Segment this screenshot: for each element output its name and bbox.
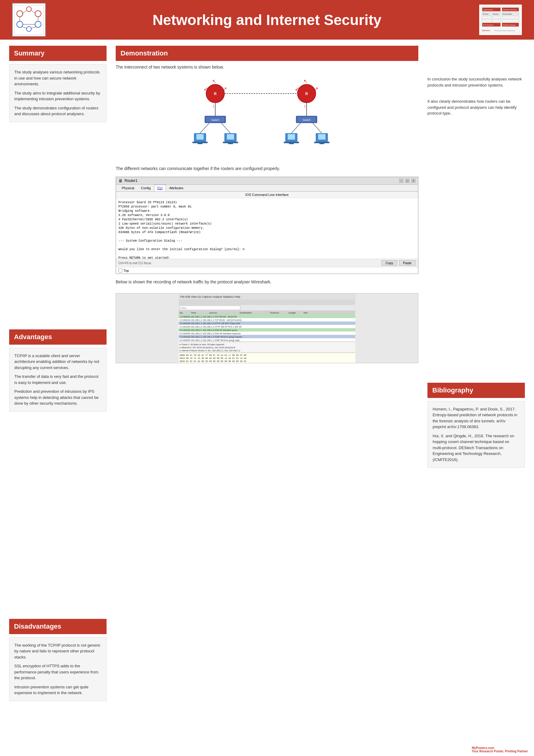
- svg-text:Router/Switch: Router/Switch: [503, 13, 512, 15]
- summary-para-1: The study analyses various networking pr…: [14, 69, 101, 87]
- paste-button[interactable]: Paste: [399, 260, 416, 266]
- tab-config[interactable]: Config: [138, 185, 154, 191]
- terminal-output[interactable]: Processor board ID PT0123 (0123)PT2056 p…: [116, 198, 418, 259]
- cli-focus-label: Ctrl+F6 to exit CLI focus: [118, 261, 151, 265]
- svg-text:0000  00 0c 29 dd ee ff 00 0c : 0000 00 0c 29 dd ee ff 00 0c 29 aa bb cc…: [180, 354, 246, 357]
- svg-rect-60: [192, 142, 208, 143]
- svg-text:Switch: Switch: [303, 119, 311, 122]
- maximize-button[interactable]: □: [405, 178, 410, 183]
- svg-text:▸ Ethernet II, Src: 00:0c:29:a: ▸ Ethernet II, Src: 00:0c:29:aa:bb:cc, D…: [180, 346, 235, 349]
- top-checkbox-row[interactable]: Top: [116, 267, 418, 274]
- summary-section: Summary The study analyses various netwo…: [9, 46, 107, 122]
- svg-text:Filter:: Filter:: [180, 307, 187, 310]
- header-logo: [12, 3, 46, 37]
- disadvantages-box: The working of the TCP/IP protocol is no…: [9, 637, 107, 701]
- svg-text:↖: ↖: [212, 79, 216, 84]
- svg-rect-29: [492, 19, 500, 22]
- disadvantages-para-2: SSL encryption of HTTPS adds to the perf…: [14, 663, 101, 681]
- svg-rect-0: [14, 5, 43, 35]
- disadvantages-heading: Disadvantages: [9, 619, 107, 634]
- close-button[interactable]: ×: [411, 178, 416, 183]
- svg-rect-114: [179, 353, 355, 353]
- router-title: Router1: [124, 178, 138, 183]
- svg-text:MyPosters: MyPosters: [482, 30, 490, 31]
- svg-line-75: [221, 123, 230, 133]
- svg-text:Protocol: Protocol: [270, 311, 279, 314]
- router-icon: 🖥: [118, 178, 123, 183]
- advantages-section: Advantages TCP/IP is a scalable client a…: [9, 329, 107, 412]
- svg-rect-27: [502, 16, 519, 18]
- left-column: Summary The study analyses various netwo…: [9, 46, 107, 701]
- advantages-box: TCP/IP is a scalable client and server a…: [9, 348, 107, 412]
- middle-column: Demonstration The interconnect of two ne…: [107, 46, 427, 701]
- page-title: Networking and Internet Security: [153, 12, 381, 28]
- conclusion-para-1: In conclusion the study successfully ana…: [427, 76, 525, 88]
- svg-text:↗: ↗: [223, 86, 227, 92]
- bibliography-section: Bibliography Homem, I., Papapetrou, P. a…: [427, 383, 525, 468]
- tab-attributes[interactable]: Attributes: [166, 185, 187, 191]
- svg-text:▸ Frame 1: 66 bytes on wire, 6: ▸ Frame 1: 66 bytes on wire, 66 bytes ca…: [180, 343, 224, 346]
- svg-text:R: R: [214, 92, 217, 96]
- svg-text:Switch: Switch: [211, 119, 219, 122]
- tab-cli[interactable]: CLI: [154, 185, 166, 191]
- summary-heading: Summary: [9, 46, 107, 61]
- svg-text:IPS Systems: IPS Systems: [483, 24, 494, 26]
- svg-text:↙: ↙: [204, 86, 208, 92]
- disadvantages-para-1: The working of the TCP/IP protocol is no…: [14, 642, 101, 660]
- main-content: Summary The study analyses various netwo…: [0, 40, 534, 707]
- bibliography-heading: Bibliography: [427, 383, 525, 398]
- router-window-controls[interactable]: − □ ×: [399, 178, 416, 183]
- svg-rect-67: [288, 134, 295, 140]
- svg-text:Length: Length: [288, 311, 295, 314]
- footer-brand-text: MyPosters.com: [472, 746, 495, 750]
- page-header: Networking and Internet Security Applica…: [0, 0, 534, 40]
- svg-text:R: R: [305, 92, 308, 96]
- router-window[interactable]: 🖥 Router1 − □ × Physical Config CLI Attr…: [116, 177, 418, 274]
- svg-line-77: [313, 123, 322, 133]
- svg-rect-69: [289, 143, 294, 144]
- svg-rect-30: [502, 19, 519, 22]
- svg-text:2  0.000234  192.168.1.2  192.: 2 0.000234 192.168.1.2 192.168.1.1 TCP 6…: [180, 319, 242, 321]
- svg-rect-59: [196, 134, 204, 140]
- router-tabs[interactable]: Physical Config CLI Attributes: [116, 185, 418, 192]
- svg-rect-71: [318, 134, 325, 140]
- tab-physical[interactable]: Physical: [118, 185, 138, 191]
- disadvantages-section: Disadvantages The working of the TCP/IP …: [9, 619, 107, 701]
- svg-rect-83: [179, 306, 240, 310]
- svg-text:No.: No.: [180, 311, 183, 314]
- svg-text:Protocol: Protocol: [483, 13, 488, 15]
- page-footer: MyPosters.com Your Research Poster, Prin…: [472, 746, 528, 753]
- svg-text:↖: ↖: [304, 79, 308, 84]
- footer-subtext: Your Research Poster, Printing Partner: [472, 750, 528, 753]
- router-footer-buttons[interactable]: Copy Paste: [381, 260, 416, 266]
- svg-rect-73: [319, 143, 324, 144]
- bib-entry-1: Homem, I., Papapetrou, P. and Dosis, S.,…: [433, 406, 520, 430]
- svg-rect-25: [482, 16, 491, 18]
- top-checkbox[interactable]: [118, 268, 122, 272]
- summary-para-2: The study aims to integrate additional s…: [14, 90, 101, 102]
- svg-text:Your Research Poster Printing : Your Research Poster Printing Partner: [495, 30, 516, 31]
- svg-text:1  0.000000  192.168.1.1  192.: 1 0.000000 192.168.1.1 192.168.1.2 TCP 6…: [180, 316, 237, 318]
- svg-text:8  0.003450  192.168.1.3  192.: 8 0.003450 192.168.1.3 192.168.1.1 ICMP …: [180, 339, 240, 341]
- svg-line-74: [200, 123, 209, 133]
- configure-text: The different networks can communicate t…: [116, 166, 418, 172]
- svg-text:↗: ↗: [314, 86, 318, 92]
- right-column: In conclusion the study successfully ana…: [427, 46, 525, 701]
- advantages-para-3: Prediction and prevention of intrusions …: [14, 389, 101, 407]
- minimize-button[interactable]: −: [399, 178, 403, 183]
- svg-text:↓: ↓: [212, 103, 215, 108]
- svg-text:↓: ↓: [304, 103, 306, 108]
- copy-button[interactable]: Copy: [381, 260, 397, 266]
- demonstration-heading: Demonstration: [116, 46, 418, 61]
- svg-rect-81: [179, 300, 355, 305]
- bibliography-box: Homem, I., Papapetrou, P. and Dosis, S.,…: [427, 401, 525, 468]
- advantages-para-1: TCP/IP is a scalable client and server a…: [14, 353, 101, 371]
- svg-text:▸ Internet Protocol Version 4,: ▸ Internet Protocol Version 4, Src: 192.…: [180, 349, 240, 352]
- svg-rect-64: [223, 142, 238, 143]
- svg-text:3  0.000456  192.168.1.1  192.: 3 0.000456 192.168.1.1 192.168.1.2 HTTP …: [180, 322, 240, 325]
- svg-text:Destination: Destination: [240, 311, 252, 314]
- svg-rect-72: [314, 142, 329, 143]
- svg-text:0020  01 02 01 bb 00 50 00 00 : 0020 01 02 01 bb 00 50 00 00 00 00 00 00…: [180, 360, 246, 363]
- svg-text:Packet Analysis: Packet Analysis: [503, 24, 516, 26]
- bib-entry-2: Hui, X. and Qingde, H., 2016. The resear…: [433, 433, 520, 463]
